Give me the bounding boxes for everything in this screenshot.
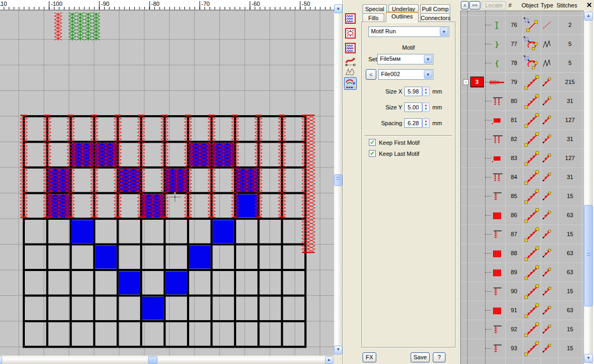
object-arrows-icon[interactable] [524, 113, 540, 129]
object-arrows-icon[interactable] [524, 189, 540, 206]
tab-fills[interactable]: Fills [363, 13, 384, 22]
outline-type-select[interactable]: Motif Run ▼ [368, 26, 449, 37]
object-row[interactable]: 8515 [461, 187, 584, 206]
motif-set-select[interactable]: File5мм ▼ [377, 54, 433, 64]
object-row[interactable]: 9315 [461, 339, 584, 358]
motif-file-select[interactable]: File002 ▼ [378, 69, 433, 80]
scroll-right-icon[interactable]: ► [325, 356, 333, 364]
object-row[interactable]: 8231 [461, 130, 584, 149]
object-row[interactable]: 9015 [461, 282, 584, 301]
object-arrows-icon[interactable] [524, 341, 540, 358]
spin-up-icon[interactable]: ▲ [423, 88, 429, 91]
object-arrows-icon[interactable] [524, 132, 540, 148]
locate-button[interactable]: Locate [481, 1, 506, 10]
object-row[interactable]: 8431 [461, 168, 584, 187]
style-apply-icon[interactable] [345, 78, 356, 89]
type-motif-icon [541, 172, 553, 184]
object-arrows-icon[interactable] [524, 284, 540, 301]
size-y-input[interactable]: 5.00 [404, 102, 422, 112]
spin-up-icon[interactable]: ▲ [423, 104, 429, 107]
applique-pattern-icon[interactable] [345, 28, 356, 39]
fx-button[interactable]: FX [363, 352, 376, 362]
object-curve-icon[interactable] [524, 55, 540, 72]
object-line-icon[interactable] [524, 17, 540, 34]
spin-down-icon[interactable]: ▼ [423, 91, 429, 95]
motif-outline-icon[interactable] [345, 67, 356, 77]
size-y-unit: mm [432, 104, 442, 110]
spin-up-icon[interactable]: ▲ [423, 119, 429, 123]
object-row[interactable]: 81127 [461, 111, 584, 130]
spin-down-icon[interactable]: ▼ [423, 107, 429, 111]
design-canvas[interactable]: -110-100-90-80-70-60-50 [0, 0, 334, 364]
objects-scrollbar[interactable]: ▲ ▼ [584, 11, 593, 364]
object-row[interactable]: 9215 [461, 320, 584, 339]
size-x-spinner[interactable]: ▲ ▼ [422, 87, 430, 96]
object-row[interactable]: -379215 [461, 73, 584, 92]
object-arrows-icon[interactable] [524, 94, 540, 110]
object-arrows-icon[interactable] [524, 208, 540, 225]
satin-stitch-icon[interactable] [345, 56, 356, 67]
object-arrows-icon[interactable] [524, 246, 540, 263]
object-arrows-icon[interactable] [524, 151, 540, 167]
object-row[interactable]: 762 [461, 16, 584, 35]
spin-down-icon[interactable]: ▼ [423, 123, 429, 127]
size-x-input[interactable]: 5.98 [404, 87, 422, 96]
chevron-down-icon[interactable]: ▼ [424, 55, 432, 63]
tab-connectors[interactable]: Connectors [420, 13, 450, 22]
object-arrows-icon[interactable] [524, 74, 540, 91]
objects-scrollbar-thumb[interactable] [584, 205, 593, 306]
object-row[interactable]: {785 [461, 54, 584, 73]
keep-last-motif-checkbox[interactable]: ✓ [369, 150, 376, 157]
help-button[interactable]: ? [433, 352, 446, 362]
save-button[interactable]: Save [411, 352, 430, 362]
object-row[interactable]: }775 [461, 35, 584, 54]
spacing-input[interactable]: 6.28 [404, 118, 422, 128]
fill-pattern-icon[interactable] [345, 13, 356, 24]
chevron-down-icon[interactable]: ▼ [424, 70, 432, 79]
object-arrows-icon[interactable] [524, 265, 540, 282]
type-motif-icon [541, 134, 553, 146]
object-row[interactable]: 8715 [461, 225, 584, 244]
object-curve-icon[interactable] [524, 36, 540, 53]
object-row[interactable]: 8863 [461, 244, 584, 263]
tab-outlines[interactable]: Outlines [386, 12, 419, 22]
object-row[interactable]: 9163 [461, 301, 584, 320]
objects-list[interactable]: 762}775{785-3792158031811278231831278431… [460, 11, 584, 364]
keep-first-motif-checkbox[interactable]: ✓ [369, 139, 376, 146]
tab-pull-comp[interactable]: Pull Comp [420, 4, 450, 13]
spacing-spinner[interactable]: ▲ ▼ [422, 118, 430, 128]
scroll-up-icon[interactable]: ▲ [334, 4, 342, 13]
size-y-spinner[interactable]: ▲ ▼ [422, 102, 430, 112]
object-row[interactable]: 8963 [461, 263, 584, 282]
scroll-down-icon[interactable]: ▼ [584, 354, 593, 363]
object-arrows-icon[interactable] [524, 303, 540, 320]
type-motif-icon [541, 191, 553, 203]
object-arrows-icon[interactable] [524, 322, 540, 339]
color-group-badge[interactable]: 3 [470, 77, 484, 87]
object-row[interactable]: 83127 [461, 149, 584, 168]
canvas-vscrollbar[interactable]: ▲ ▼ [334, 0, 342, 356]
object-arrows-icon[interactable] [524, 227, 540, 244]
spacing-label: Spacing [367, 120, 402, 126]
close-icon[interactable]: ✕ [585, 1, 593, 10]
chevron-up-icon[interactable]: ∧ [461, 1, 469, 10]
back-button[interactable]: < [366, 69, 376, 80]
fill-pattern2-icon[interactable] [345, 43, 356, 53]
collapse-all-icon[interactable]: »« [469, 1, 480, 10]
motif-set-value: File5мм [380, 55, 401, 62]
canvas-hscrollbar[interactable]: ◄ ► [0, 356, 334, 364]
outline-type-value: Motif Run [371, 28, 396, 34]
collapse-expander[interactable]: - [463, 79, 469, 85]
vscrollbar-thumb[interactable] [334, 174, 342, 186]
scroll-up-icon[interactable]: ▲ [584, 12, 593, 21]
scroll-left-icon[interactable]: ◄ [0, 356, 2, 364]
comb-icon [488, 172, 505, 184]
hscrollbar-thumb[interactable] [148, 356, 157, 364]
tab-special[interactable]: Special [363, 4, 387, 13]
object-row[interactable]: 8663 [461, 206, 584, 225]
object-arrows-icon[interactable] [524, 170, 540, 186]
scroll-down-icon[interactable]: ▼ [334, 346, 342, 354]
object-row[interactable]: 8031 [461, 92, 584, 111]
chevron-down-icon[interactable]: ▼ [440, 27, 448, 36]
objects-scrollbar-track[interactable] [584, 11, 593, 364]
